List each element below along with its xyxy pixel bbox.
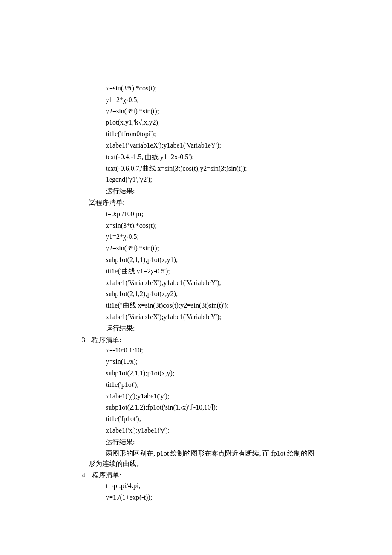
code-line: x=-10:0.1:10; — [77, 345, 320, 356]
code-line: subp1ot(2,1,2);fp1ot('sin(1./x)',[-10,10… — [77, 402, 320, 413]
section-2-head: ⑵程序清单: — [77, 198, 320, 208]
code-line: tit1e('p1ot'); — [77, 380, 320, 390]
code-line: tit1e('tfrom0topi'); — [77, 129, 320, 139]
code-line: y2=sin(3*t).*sin(t); — [77, 243, 320, 254]
section-head-text: .程序清单: — [90, 335, 121, 346]
code-line: t=-pi:pi/4:pi; — [77, 481, 320, 491]
code-line: y1=2*χ-0.5; — [77, 95, 320, 105]
code-line: x1abe1('Variab1eX');y1abe1('Variab1eY'); — [77, 312, 320, 323]
code-line: y2=sin(3*t).*sin(t); — [77, 106, 320, 117]
code-line: subp1ot(2,1,1);p1ot(x,y1); — [77, 255, 320, 265]
explanation-paragraph: 两图形的区别在, p1ot 绘制的图形在零点附近有断续, 而 fp1ot 绘制的… — [77, 448, 320, 470]
code-line: y1=2*χ-0.5; — [77, 232, 320, 242]
code-line: p1ot(x,y1,'k√,x,y2); — [77, 117, 320, 128]
code-line: x1abe1('x');y1abe1('y'); — [77, 425, 320, 436]
code-line: 1egend('y1','y2'); — [77, 174, 320, 185]
code-line: tit1e('fp1ot'); — [77, 414, 320, 424]
section-number: 4 — [82, 470, 85, 481]
code-line: text(-0.6,0.7,'曲线 x=sin(3t)cos(t);y2=sin… — [77, 163, 320, 174]
code-line: x1abe1('Variab1eX');y1abe1('Variab1eY'); — [77, 278, 320, 288]
code-line: subp1ot(2,1,2);p1ot(x,y2); — [77, 289, 320, 299]
result-label: 运行结果: — [77, 186, 320, 197]
code-line: subp1ot(2,1,1);p1ot(x,y); — [77, 368, 320, 379]
code-line: t=0:pi/100:pi; — [77, 209, 320, 220]
section-head-text: .程序清单: — [90, 470, 121, 481]
section-3-head-row: 3 .程序清单: — [77, 335, 320, 346]
code-line: x1abe1('Variab1eX');y1abe1('Variab1eY'); — [77, 140, 320, 151]
document-page: x=sin(3*t).*cos(t); y1=2*χ-0.5; y2=sin(3… — [0, 0, 392, 555]
section-4-head-row: 4 .程序清单: — [77, 470, 320, 481]
section-number: 3 — [82, 335, 85, 346]
code-line: tit1e('曲线 y1=2χ-0.5'); — [77, 266, 320, 277]
code-line: x=sin(3*t).*cos(t); — [77, 83, 320, 94]
code-line: x1abe1('χ');y1abe1('y'); — [77, 391, 320, 402]
result-label: 运行结果: — [77, 323, 320, 334]
code-line: y=sin(1./x); — [77, 357, 320, 367]
code-line: y=1./(1+exp(-t)); — [77, 492, 320, 503]
code-line: text(-0.4,-1.5, 曲线 y1=2x-0.5'); — [77, 152, 320, 163]
code-line: tit1e(''曲线 x=sin(3t)cos(t);y2=sin(3t)sin… — [77, 300, 320, 311]
code-line: x=sin(3*t).*cos(t); — [77, 221, 320, 231]
result-label: 运行结果: — [77, 437, 320, 447]
